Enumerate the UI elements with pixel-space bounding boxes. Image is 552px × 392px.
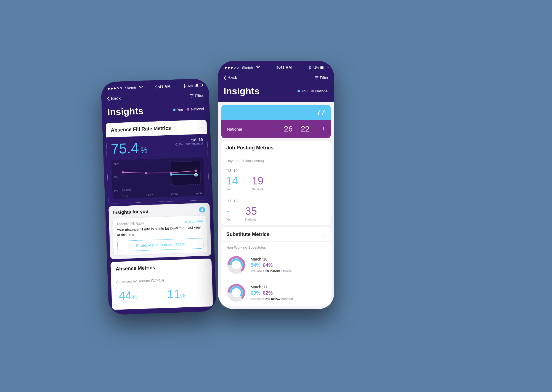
- metric-big-0: 44: [119, 289, 132, 303]
- svg-point-9: [195, 173, 198, 176]
- x-label-15-16: '15-'16: [121, 195, 128, 198]
- metric-val-0: 44 %: [119, 288, 157, 303]
- nat-num-2: 22: [301, 125, 309, 133]
- national-row-label: National: [227, 127, 284, 131]
- job-values-17-18: - You 35 National: [226, 205, 326, 221]
- donut-vals-march17: 60% 62%: [251, 290, 294, 296]
- job-year-18-19: '18-'19: [226, 168, 326, 173]
- chart-svg: [120, 160, 202, 189]
- page-header-right: Insights You National: [218, 84, 334, 102]
- phone-right: Sketch 9:41 AM 42%: [218, 61, 334, 309]
- donut-you-pct-march18: 54%: [251, 262, 261, 268]
- metric-box-0: 44 %: [115, 284, 161, 307]
- battery-pct-left: 42%: [187, 84, 193, 87]
- donut-svg-march18: [226, 255, 246, 275]
- x-label-17-18: '17-'18: [170, 193, 178, 196]
- x-label-16-17: '16-'17: [145, 194, 153, 197]
- absence-metrics-title: Absence Metrics: [116, 265, 155, 272]
- donut-emphasis-march17: 2% below: [265, 297, 280, 301]
- rlegend-dot-nat: [311, 90, 314, 92]
- y-label-0: 0%: [114, 189, 120, 192]
- absence-period-area: '18-'19 -2.3% under national: [175, 137, 203, 146]
- you-partial-row: 77: [221, 105, 331, 120]
- national-row: National 26 22 +: [221, 120, 331, 138]
- status-bar-right: Sketch 9:41 AM 42%: [218, 61, 334, 73]
- time-right: 9:41 AM: [277, 65, 292, 70]
- job-you-val-18-19: 14: [226, 175, 238, 187]
- job-year-17-18: '17-'18: [226, 199, 326, 203]
- no-data-label: No Data: [122, 188, 131, 191]
- job-you-17-18: - You: [226, 205, 232, 221]
- insight-value: 44% vs 48%: [184, 219, 203, 224]
- job-nat-label-17-18: National: [245, 218, 257, 221]
- legend-dot-you-left: [173, 109, 176, 111]
- absence-chart-area: 75.4 % '18-'19 -2.3% under national: [106, 134, 209, 204]
- donut-info-march18: March '18 54% 64% You are 10% below nati…: [251, 257, 293, 273]
- back-button-right[interactable]: Back: [224, 75, 237, 80]
- battery-fill-left: [196, 84, 198, 87]
- rwifi-icon: [256, 66, 260, 69]
- job-posting-title: Job Posting Metrics: [226, 145, 274, 151]
- legend-left: You National: [173, 107, 204, 112]
- left-scroll-content: Absence Fill Rate Metrics › 75.4 %: [102, 119, 217, 315]
- absence-big-stat: 75.4 %: [111, 139, 148, 158]
- rlegend-national-label: National: [315, 89, 328, 93]
- rdot5: [237, 67, 239, 69]
- rbattery-pct: 42%: [313, 66, 319, 69]
- job-you-label-18-19: You: [226, 187, 238, 191]
- donut-note-march18: You are 10% below national.: [251, 269, 293, 273]
- donut-note-march17: You were 2% below national.: [251, 297, 294, 301]
- rbattery-fill: [321, 66, 323, 69]
- x-label-18-19: '18-'19: [195, 192, 203, 195]
- donut-you-pct-march17: 60%: [251, 290, 261, 296]
- legend-you-label-left: You: [177, 108, 183, 112]
- donut-nat-pct-march17: 62%: [263, 290, 273, 296]
- filter-label-left: Filter: [195, 93, 204, 98]
- rdot1: [225, 67, 227, 69]
- absence-big-number: 75.4: [111, 139, 139, 157]
- filter-button-right[interactable]: Filter: [315, 76, 328, 80]
- job-posting-subtitle: Days to Fill Job Posting: [221, 155, 331, 165]
- job-posting-card: Job Posting Metrics › Days to Fill Job P…: [221, 141, 331, 225]
- insights-title: Insights for you: [113, 209, 148, 215]
- substitute-arrow: ›: [324, 232, 326, 237]
- strategies-button[interactable]: Strategies to improve fill rate: [117, 238, 204, 252]
- svg-line-2: [121, 186, 202, 189]
- dot3: [114, 87, 116, 89]
- legend-national-right: National: [311, 89, 328, 93]
- donut-info-march17: March '17 60% 62% You were 2% below nati…: [251, 285, 294, 301]
- absence-card-title: Absence Fill Rate Metrics: [111, 125, 171, 133]
- time-left: 9:41 AM: [155, 84, 171, 89]
- rbattery-icon: [320, 66, 327, 69]
- rnetwork-name: Sketch: [242, 66, 253, 70]
- rbt-icon: [308, 66, 311, 69]
- filter-button-left[interactable]: Filter: [190, 93, 204, 98]
- job-row-18-19: '18-'19 14 You 19 National: [221, 165, 331, 195]
- signal-dots: Sketch: [108, 85, 143, 90]
- absence-card-arrow: ›: [200, 125, 202, 130]
- network-name: Sketch: [125, 85, 136, 90]
- donut-period-march18: March '18: [251, 257, 293, 261]
- bluetooth-icon: [183, 84, 186, 88]
- absence-metrics-arrow: ›: [205, 264, 207, 269]
- dot2: [111, 87, 113, 89]
- national-numbers: 26 22 +: [284, 125, 325, 133]
- substitute-subtitle: Non-Working Substitutes: [221, 241, 331, 251]
- page-title-left: Insights: [107, 106, 144, 118]
- scene: Sketch 9:41 AM 42%: [83, 44, 469, 348]
- filter-label-right: Filter: [320, 76, 328, 80]
- phone-left: Sketch 9:41 AM 42%: [101, 78, 216, 315]
- signal-dots-right: Sketch: [225, 66, 260, 70]
- legend-national-left: National: [187, 107, 204, 111]
- job-dash-17-18: -: [226, 205, 232, 217]
- donut-period-march17: March '17: [251, 285, 294, 289]
- job-nat-label-18-19: National: [252, 187, 263, 191]
- nav-bar-right: Back Filter: [218, 73, 334, 84]
- nat-num-1: 26: [284, 125, 293, 133]
- dot4: [117, 87, 119, 89]
- insight-item: Absence Fill Rates 44% vs 48% Your absen…: [112, 215, 208, 256]
- back-button-left[interactable]: Back: [107, 96, 121, 101]
- job-you-label-17-18: You: [226, 218, 232, 221]
- metric-grid: 44 % 11 %: [111, 282, 213, 310]
- filter-icon-right: [315, 76, 319, 79]
